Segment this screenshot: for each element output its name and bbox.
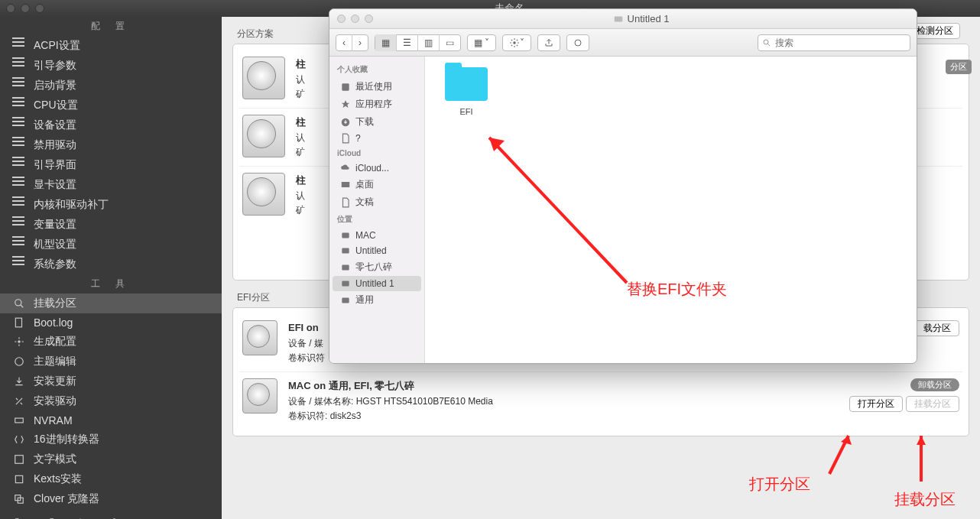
mount-partition-button[interactable]: 挂载分区 [906,396,959,412]
svg-rect-6 [15,456,24,464]
sidebar-item-kernel[interactable]: 内核和驱动补丁 [0,195,222,215]
efi-row-2[interactable]: MAC on 通用, EFI, 零七八碎 设备 / 媒体名称: HGST HTS… [239,372,962,430]
traffic-lights[interactable] [6,4,44,13]
svg-rect-25 [342,297,349,303]
sidebar-item-bootlog[interactable]: Boot.log [0,313,222,332]
finder-sb-applications[interactable]: 应用程序 [329,96,424,113]
mount-button-1[interactable]: 载分区 [915,320,959,336]
sidebar-section-config: 配 置 [0,17,222,36]
folder-efi[interactable]: EFI [436,67,497,116]
folder-label: EFI [436,107,497,116]
svg-point-0 [15,300,21,306]
sidebar-item-smbios[interactable]: 机型设置 [0,235,222,255]
icon-view-icon: ▦ [375,34,397,51]
search-icon [762,38,771,47]
sidebar-item-graphics[interactable]: 显卡设置 [0,175,222,195]
svg-point-14 [514,41,517,44]
sidebar-item-clover-cloner[interactable]: Clover 克隆器 [0,489,222,509]
sidebar-item-acpi[interactable]: ACPI设置 [0,36,222,56]
sidebar: 配 置 ACPI设置 引导参数 启动背景 CPU设置 设备设置 禁用驱动 引导界… [0,17,222,519]
open-partition-button[interactable]: 打开分区 [849,396,903,412]
sidebar-item-devices[interactable]: 设备设置 [0,115,222,135]
svg-rect-24 [342,281,349,287]
svg-rect-2 [15,318,21,327]
sidebar-item-text-mode[interactable]: 文字模式 [0,449,222,469]
back-icon: ‹ [336,34,352,51]
sidebar-item-disable-drivers[interactable]: 禁用驱动 [0,135,222,155]
sidebar-item-mount-efi[interactable]: 挂载分区 [0,294,222,313]
group-button[interactable]: ▦ ˅ [467,34,496,51]
svg-line-17 [768,44,771,46]
finder-toolbar: ‹› ▦☰▥▭ ▦ ˅ ˅ [329,29,917,57]
folder-icon [445,67,488,101]
hdd-icon [242,378,277,414]
sidebar-item-install-update[interactable]: 安装更新 [0,371,222,391]
finder-sb-misc[interactable]: 零七八碎 [329,258,424,276]
finder-window[interactable]: Untitled 1 ‹› ▦☰▥▭ ▦ ˅ ˅ 个人收藏 最近使用 应用程序 … [329,8,917,364]
svg-point-4 [15,358,24,366]
sidebar-section-tools: 工 具 [0,274,222,294]
gallery-view-icon: ▭ [440,34,460,51]
finder-sb-icloud[interactable]: iCloud... [329,161,424,176]
finder-sb-favorites: 个人收藏 [329,61,424,78]
gear-icon [509,37,520,48]
sidebar-item-hex-converter[interactable]: 16进制转换器 [0,430,222,449]
efi-info-2: MAC on 通用, EFI, 零七八碎 设备 / 媒体名称: HGST HTS… [288,378,839,423]
svg-point-3 [18,340,21,343]
sidebar-item-boot-bg[interactable]: 启动背景 [0,76,222,96]
svg-rect-5 [15,418,24,423]
finder-traffic-lights[interactable] [337,15,373,23]
sidebar-item-rt-vars[interactable]: 变量设置 [0,215,222,235]
sidebar-item-nvram[interactable]: NVRAM [0,411,222,430]
svg-point-16 [764,40,768,44]
sidebar-item-boot-args[interactable]: 引导参数 [0,56,222,76]
finder-sb-mac[interactable]: MAC [329,228,424,243]
view-buttons[interactable]: ▦☰▥▭ [375,34,461,51]
list-view-icon: ☰ [397,34,418,51]
sidebar-item-kexts-install[interactable]: Kexts安装 [0,469,222,489]
finder-sb-documents[interactable]: 文稿 [329,193,424,211]
svg-rect-13 [614,16,622,21]
finder-sb-downloads[interactable]: 下载 [329,113,424,131]
svg-rect-7 [15,475,22,482]
svg-rect-22 [342,248,349,254]
finder-sb-untitled1[interactable]: Untitled 1 [333,276,421,291]
svg-rect-20 [342,181,350,187]
nav-buttons[interactable]: ‹› [336,34,368,51]
sidebar-item-gui[interactable]: 引导界面 [0,155,222,175]
svg-rect-21 [342,233,349,238]
hdd-icon [242,320,277,355]
finder-content[interactable]: EFI [425,57,917,363]
finder-sb-unknown[interactable]: ? [329,131,424,146]
finder-sb-locations-head: 位置 [329,211,424,228]
finder-sb-icloud-head: iCloud [329,146,424,161]
finder-sb-recents[interactable]: 最近使用 [329,78,424,96]
sidebar-item-generate-config[interactable]: 生成配置 [0,332,222,352]
side-badge: 分区 [946,60,972,74]
finder-search[interactable] [758,34,910,51]
svg-point-15 [575,40,581,46]
search-input[interactable] [758,34,910,51]
column-view-icon: ▥ [418,34,440,51]
svg-line-1 [21,305,24,308]
sidebar-item-theme-editor[interactable]: 主题编辑 [0,352,222,371]
hdd-icon [242,57,285,99]
finder-sidebar: 个人收藏 最近使用 应用程序 下载 ? iCloud iCloud... 桌面 … [329,57,425,363]
finder-titlebar[interactable]: Untitled 1 [329,9,917,29]
sidebar-item-install-drivers[interactable]: 安装驱动 [0,391,222,411]
sidebar-item-cpu[interactable]: CPU设置 [0,96,222,115]
drive-icon [613,14,624,24]
svg-rect-23 [342,264,349,270]
sidebar-item-sysparams[interactable]: 系统参数 [0,255,222,274]
action-button[interactable]: ˅ [502,34,531,51]
share-button[interactable] [537,34,560,51]
forward-icon: › [352,34,368,51]
share-icon [544,38,553,47]
finder-sb-desktop[interactable]: 桌面 [329,176,424,193]
finder-sb-general[interactable]: 通用 [329,291,424,309]
finder-sb-untitled[interactable]: Untitled [329,243,424,258]
hdd-icon [242,173,285,216]
unmount-pill[interactable]: 卸载分区 [910,378,959,391]
svg-rect-18 [342,83,349,90]
tags-button[interactable] [566,34,589,51]
